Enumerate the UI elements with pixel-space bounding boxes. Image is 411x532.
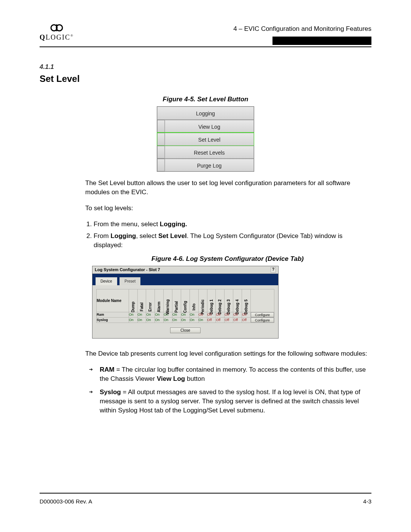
figure-4-5-caption: Figure 4-5. Set Level Button xyxy=(40,95,371,104)
col-debug1: Debug 1 xyxy=(207,289,216,312)
submenu-handle[interactable] xyxy=(157,133,165,145)
close-button[interactable]: Close xyxy=(170,328,201,333)
menu-item-reset-levels[interactable]: Reset Levels xyxy=(165,146,254,158)
menu-item-view-log[interactable]: View Log xyxy=(165,120,254,133)
log-configurator-window: Log System Configurator - Slot 7 ? Devic… xyxy=(92,266,279,339)
col-partial: Partial xyxy=(172,289,181,312)
page-footer: D000003-006 Rev. A 4-3 xyxy=(40,493,371,505)
paragraph: The Set Level button allows the user to … xyxy=(85,179,370,197)
step-1: From the menu, select Logging. xyxy=(94,220,370,229)
table-row-syslog: Syslog On On On On On On On On On Off xyxy=(97,318,274,323)
tabs-bar: Device Preset xyxy=(92,274,278,285)
step-2: From Logging, select Set Level. The Log … xyxy=(94,232,370,250)
chapter-title: 4 – EVIC Configuration and Monitoring Fe… xyxy=(233,24,371,34)
submenu-handle[interactable] xyxy=(157,159,165,171)
menu-item-set-level[interactable]: Set Level xyxy=(165,133,254,145)
list-item: RAM = The circular log buffer contained … xyxy=(89,365,370,383)
submenu-handle[interactable] xyxy=(157,146,165,158)
col-config: Config xyxy=(181,289,190,312)
paragraph: The Device tab presents current log leve… xyxy=(85,349,370,358)
col-error: Error xyxy=(146,289,155,312)
help-button[interactable]: ? xyxy=(271,267,276,273)
submenu-handle[interactable] xyxy=(157,120,165,133)
tab-preset[interactable]: Preset xyxy=(119,277,140,285)
tab-device[interactable]: Device xyxy=(96,277,117,285)
col-debug3: Debug 3 xyxy=(225,289,233,312)
col-periodic: Periodic xyxy=(198,289,207,312)
figure-4-6-caption: Figure 4-6. Log System Configurator (Dev… xyxy=(85,254,370,264)
row-name: Syslog xyxy=(97,318,129,323)
menu-header-logging[interactable]: Logging xyxy=(157,107,254,120)
logo-text: LOGIC xyxy=(46,34,70,41)
header-accent-bar xyxy=(272,37,371,45)
col-warning: Warning xyxy=(164,289,172,312)
section-number: 4.1.1 xyxy=(40,62,371,72)
menu-item-purge-log[interactable]: Purge Log xyxy=(165,159,254,171)
list-item: Syslog = All output messages are saved t… xyxy=(89,388,370,415)
footer-docid: D000003-006 Rev. A xyxy=(40,497,92,505)
col-info: Info xyxy=(190,289,198,312)
col-debug5: Debug 5 xyxy=(242,289,251,312)
paragraph: To set log levels: xyxy=(85,204,370,213)
bulleted-list: RAM = The circular log buffer contained … xyxy=(89,365,370,415)
col-dump: Dump xyxy=(129,289,137,312)
logging-menu: Logging View Log Set Level Reset Levels … xyxy=(157,106,254,172)
section-title: Set Level xyxy=(40,72,371,85)
qlogic-logo: QLOGIC® xyxy=(40,23,74,46)
log-level-table: Module Name Dump Fatal Error Alarm Warni… xyxy=(96,289,274,323)
col-debug4: Debug 4 xyxy=(233,289,242,312)
configure-button[interactable]: Configure xyxy=(251,312,274,317)
page-header: QLOGIC® 4 – EVIC Configuration and Monit… xyxy=(40,23,371,47)
col-fatal: Fatal xyxy=(137,289,146,312)
col-module-name: Module Name xyxy=(97,289,129,312)
footer-page: 4-3 xyxy=(363,497,371,505)
numbered-steps: From the menu, select Logging. From Logg… xyxy=(94,220,370,250)
configure-button[interactable]: Configure xyxy=(251,318,274,323)
col-alarm: Alarm xyxy=(155,289,164,312)
row-name: Ram xyxy=(97,312,129,318)
col-debug2: Debug 2 xyxy=(216,289,225,312)
window-title: Log System Configurator - Slot 7 xyxy=(95,267,160,273)
logo-glyph xyxy=(40,24,74,34)
